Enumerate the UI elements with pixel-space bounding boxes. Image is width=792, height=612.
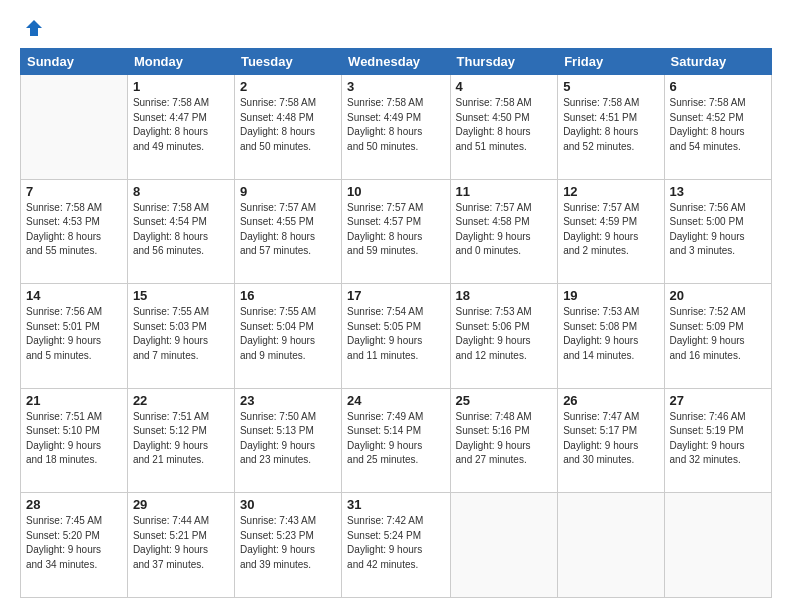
day-info: Sunrise: 7:53 AM Sunset: 5:06 PM Dayligh…	[456, 305, 553, 363]
day-info: Sunrise: 7:57 AM Sunset: 4:57 PM Dayligh…	[347, 201, 444, 259]
calendar-cell	[664, 493, 771, 598]
calendar-cell: 30Sunrise: 7:43 AM Sunset: 5:23 PM Dayli…	[234, 493, 341, 598]
calendar-cell: 21Sunrise: 7:51 AM Sunset: 5:10 PM Dayli…	[21, 388, 128, 493]
calendar-cell: 5Sunrise: 7:58 AM Sunset: 4:51 PM Daylig…	[558, 75, 664, 180]
calendar-cell: 7Sunrise: 7:58 AM Sunset: 4:53 PM Daylig…	[21, 179, 128, 284]
calendar-header-sunday: Sunday	[21, 49, 128, 75]
day-info: Sunrise: 7:55 AM Sunset: 5:04 PM Dayligh…	[240, 305, 336, 363]
calendar-cell: 19Sunrise: 7:53 AM Sunset: 5:08 PM Dayli…	[558, 284, 664, 389]
logo-icon	[24, 18, 44, 38]
calendar-cell: 8Sunrise: 7:58 AM Sunset: 4:54 PM Daylig…	[127, 179, 234, 284]
day-number: 10	[347, 184, 444, 199]
day-info: Sunrise: 7:58 AM Sunset: 4:48 PM Dayligh…	[240, 96, 336, 154]
day-info: Sunrise: 7:56 AM Sunset: 5:00 PM Dayligh…	[670, 201, 766, 259]
day-number: 2	[240, 79, 336, 94]
calendar-cell	[21, 75, 128, 180]
day-number: 19	[563, 288, 658, 303]
calendar-cell: 24Sunrise: 7:49 AM Sunset: 5:14 PM Dayli…	[342, 388, 450, 493]
day-number: 13	[670, 184, 766, 199]
day-info: Sunrise: 7:56 AM Sunset: 5:01 PM Dayligh…	[26, 305, 122, 363]
calendar-cell: 20Sunrise: 7:52 AM Sunset: 5:09 PM Dayli…	[664, 284, 771, 389]
calendar-cell: 11Sunrise: 7:57 AM Sunset: 4:58 PM Dayli…	[450, 179, 558, 284]
calendar-cell: 3Sunrise: 7:58 AM Sunset: 4:49 PM Daylig…	[342, 75, 450, 180]
day-info: Sunrise: 7:52 AM Sunset: 5:09 PM Dayligh…	[670, 305, 766, 363]
day-number: 17	[347, 288, 444, 303]
day-number: 22	[133, 393, 229, 408]
day-number: 1	[133, 79, 229, 94]
day-number: 14	[26, 288, 122, 303]
calendar-week-4: 21Sunrise: 7:51 AM Sunset: 5:10 PM Dayli…	[21, 388, 772, 493]
day-info: Sunrise: 7:47 AM Sunset: 5:17 PM Dayligh…	[563, 410, 658, 468]
calendar-cell: 23Sunrise: 7:50 AM Sunset: 5:13 PM Dayli…	[234, 388, 341, 493]
logo	[20, 18, 44, 38]
calendar-cell: 16Sunrise: 7:55 AM Sunset: 5:04 PM Dayli…	[234, 284, 341, 389]
calendar-header-monday: Monday	[127, 49, 234, 75]
calendar-cell: 17Sunrise: 7:54 AM Sunset: 5:05 PM Dayli…	[342, 284, 450, 389]
day-number: 21	[26, 393, 122, 408]
calendar-header-thursday: Thursday	[450, 49, 558, 75]
day-info: Sunrise: 7:46 AM Sunset: 5:19 PM Dayligh…	[670, 410, 766, 468]
calendar-cell: 29Sunrise: 7:44 AM Sunset: 5:21 PM Dayli…	[127, 493, 234, 598]
day-number: 8	[133, 184, 229, 199]
calendar-cell: 25Sunrise: 7:48 AM Sunset: 5:16 PM Dayli…	[450, 388, 558, 493]
calendar-cell: 13Sunrise: 7:56 AM Sunset: 5:00 PM Dayli…	[664, 179, 771, 284]
day-info: Sunrise: 7:58 AM Sunset: 4:51 PM Dayligh…	[563, 96, 658, 154]
day-info: Sunrise: 7:57 AM Sunset: 4:59 PM Dayligh…	[563, 201, 658, 259]
day-number: 30	[240, 497, 336, 512]
day-number: 31	[347, 497, 444, 512]
calendar-cell: 22Sunrise: 7:51 AM Sunset: 5:12 PM Dayli…	[127, 388, 234, 493]
calendar-header-wednesday: Wednesday	[342, 49, 450, 75]
calendar-cell: 4Sunrise: 7:58 AM Sunset: 4:50 PM Daylig…	[450, 75, 558, 180]
day-number: 27	[670, 393, 766, 408]
calendar-cell: 1Sunrise: 7:58 AM Sunset: 4:47 PM Daylig…	[127, 75, 234, 180]
calendar-week-1: 1Sunrise: 7:58 AM Sunset: 4:47 PM Daylig…	[21, 75, 772, 180]
calendar-header-tuesday: Tuesday	[234, 49, 341, 75]
day-info: Sunrise: 7:57 AM Sunset: 4:55 PM Dayligh…	[240, 201, 336, 259]
calendar-week-3: 14Sunrise: 7:56 AM Sunset: 5:01 PM Dayli…	[21, 284, 772, 389]
calendar-header-row: SundayMondayTuesdayWednesdayThursdayFrid…	[21, 49, 772, 75]
calendar-cell: 18Sunrise: 7:53 AM Sunset: 5:06 PM Dayli…	[450, 284, 558, 389]
day-info: Sunrise: 7:44 AM Sunset: 5:21 PM Dayligh…	[133, 514, 229, 572]
day-info: Sunrise: 7:49 AM Sunset: 5:14 PM Dayligh…	[347, 410, 444, 468]
day-info: Sunrise: 7:57 AM Sunset: 4:58 PM Dayligh…	[456, 201, 553, 259]
day-info: Sunrise: 7:54 AM Sunset: 5:05 PM Dayligh…	[347, 305, 444, 363]
calendar-header-friday: Friday	[558, 49, 664, 75]
calendar-week-2: 7Sunrise: 7:58 AM Sunset: 4:53 PM Daylig…	[21, 179, 772, 284]
calendar-cell	[558, 493, 664, 598]
calendar-header-saturday: Saturday	[664, 49, 771, 75]
calendar-cell: 28Sunrise: 7:45 AM Sunset: 5:20 PM Dayli…	[21, 493, 128, 598]
day-number: 29	[133, 497, 229, 512]
calendar-cell: 12Sunrise: 7:57 AM Sunset: 4:59 PM Dayli…	[558, 179, 664, 284]
calendar-cell	[450, 493, 558, 598]
day-info: Sunrise: 7:51 AM Sunset: 5:10 PM Dayligh…	[26, 410, 122, 468]
day-info: Sunrise: 7:58 AM Sunset: 4:53 PM Dayligh…	[26, 201, 122, 259]
day-number: 9	[240, 184, 336, 199]
day-number: 18	[456, 288, 553, 303]
day-number: 3	[347, 79, 444, 94]
day-number: 12	[563, 184, 658, 199]
day-number: 15	[133, 288, 229, 303]
day-number: 23	[240, 393, 336, 408]
day-number: 4	[456, 79, 553, 94]
calendar-cell: 2Sunrise: 7:58 AM Sunset: 4:48 PM Daylig…	[234, 75, 341, 180]
day-number: 24	[347, 393, 444, 408]
day-info: Sunrise: 7:42 AM Sunset: 5:24 PM Dayligh…	[347, 514, 444, 572]
header	[20, 18, 772, 38]
day-info: Sunrise: 7:51 AM Sunset: 5:12 PM Dayligh…	[133, 410, 229, 468]
day-number: 5	[563, 79, 658, 94]
day-info: Sunrise: 7:58 AM Sunset: 4:50 PM Dayligh…	[456, 96, 553, 154]
day-number: 20	[670, 288, 766, 303]
day-info: Sunrise: 7:45 AM Sunset: 5:20 PM Dayligh…	[26, 514, 122, 572]
calendar-cell: 26Sunrise: 7:47 AM Sunset: 5:17 PM Dayli…	[558, 388, 664, 493]
day-info: Sunrise: 7:43 AM Sunset: 5:23 PM Dayligh…	[240, 514, 336, 572]
calendar-cell: 15Sunrise: 7:55 AM Sunset: 5:03 PM Dayli…	[127, 284, 234, 389]
day-number: 7	[26, 184, 122, 199]
calendar-cell: 31Sunrise: 7:42 AM Sunset: 5:24 PM Dayli…	[342, 493, 450, 598]
day-info: Sunrise: 7:58 AM Sunset: 4:54 PM Dayligh…	[133, 201, 229, 259]
day-info: Sunrise: 7:55 AM Sunset: 5:03 PM Dayligh…	[133, 305, 229, 363]
day-info: Sunrise: 7:48 AM Sunset: 5:16 PM Dayligh…	[456, 410, 553, 468]
day-info: Sunrise: 7:53 AM Sunset: 5:08 PM Dayligh…	[563, 305, 658, 363]
day-number: 16	[240, 288, 336, 303]
day-number: 25	[456, 393, 553, 408]
calendar-cell: 6Sunrise: 7:58 AM Sunset: 4:52 PM Daylig…	[664, 75, 771, 180]
